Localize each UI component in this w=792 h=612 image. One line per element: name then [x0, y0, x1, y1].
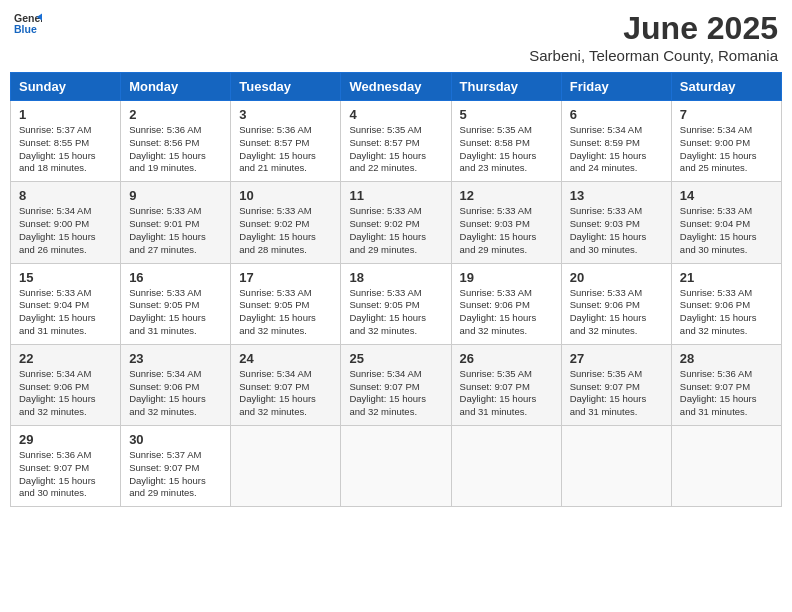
calendar-day-cell: 13Sunrise: 5:33 AM Sunset: 9:03 PM Dayli…: [561, 182, 671, 263]
calendar-day-cell: 4Sunrise: 5:35 AM Sunset: 8:57 PM Daylig…: [341, 101, 451, 182]
day-number: 13: [570, 188, 663, 203]
day-info: Sunrise: 5:35 AM Sunset: 9:07 PM Dayligh…: [460, 368, 553, 419]
day-number: 8: [19, 188, 112, 203]
calendar-day-cell: 22Sunrise: 5:34 AM Sunset: 9:06 PM Dayli…: [11, 344, 121, 425]
day-info: Sunrise: 5:34 AM Sunset: 9:07 PM Dayligh…: [239, 368, 332, 419]
day-number: 3: [239, 107, 332, 122]
day-info: Sunrise: 5:33 AM Sunset: 9:01 PM Dayligh…: [129, 205, 222, 256]
day-number: 14: [680, 188, 773, 203]
calendar-day-cell: [231, 426, 341, 507]
week-row-1: 8Sunrise: 5:34 AM Sunset: 9:00 PM Daylig…: [11, 182, 782, 263]
calendar-day-cell: 2Sunrise: 5:36 AM Sunset: 8:56 PM Daylig…: [121, 101, 231, 182]
day-info: Sunrise: 5:36 AM Sunset: 9:07 PM Dayligh…: [19, 449, 112, 500]
day-info: Sunrise: 5:33 AM Sunset: 9:06 PM Dayligh…: [460, 287, 553, 338]
day-info: Sunrise: 5:35 AM Sunset: 8:57 PM Dayligh…: [349, 124, 442, 175]
calendar-day-cell: 15Sunrise: 5:33 AM Sunset: 9:04 PM Dayli…: [11, 263, 121, 344]
day-info: Sunrise: 5:37 AM Sunset: 9:07 PM Dayligh…: [129, 449, 222, 500]
day-info: Sunrise: 5:35 AM Sunset: 8:58 PM Dayligh…: [460, 124, 553, 175]
calendar-day-cell: 23Sunrise: 5:34 AM Sunset: 9:06 PM Dayli…: [121, 344, 231, 425]
calendar-day-cell: 21Sunrise: 5:33 AM Sunset: 9:06 PM Dayli…: [671, 263, 781, 344]
calendar-table: Sunday Monday Tuesday Wednesday Thursday…: [10, 72, 782, 507]
day-info: Sunrise: 5:34 AM Sunset: 9:00 PM Dayligh…: [680, 124, 773, 175]
day-info: Sunrise: 5:34 AM Sunset: 9:00 PM Dayligh…: [19, 205, 112, 256]
day-number: 7: [680, 107, 773, 122]
day-number: 19: [460, 270, 553, 285]
calendar-day-cell: 16Sunrise: 5:33 AM Sunset: 9:05 PM Dayli…: [121, 263, 231, 344]
calendar-day-cell: 11Sunrise: 5:33 AM Sunset: 9:02 PM Dayli…: [341, 182, 451, 263]
week-row-2: 15Sunrise: 5:33 AM Sunset: 9:04 PM Dayli…: [11, 263, 782, 344]
title-block: June 2025 Sarbeni, Teleorman County, Rom…: [529, 10, 778, 64]
day-info: Sunrise: 5:33 AM Sunset: 9:06 PM Dayligh…: [570, 287, 663, 338]
day-number: 5: [460, 107, 553, 122]
calendar-day-cell: 1Sunrise: 5:37 AM Sunset: 8:55 PM Daylig…: [11, 101, 121, 182]
calendar-header-row: Sunday Monday Tuesday Wednesday Thursday…: [11, 73, 782, 101]
calendar-day-cell: 18Sunrise: 5:33 AM Sunset: 9:05 PM Dayli…: [341, 263, 451, 344]
day-number: 21: [680, 270, 773, 285]
day-info: Sunrise: 5:34 AM Sunset: 9:06 PM Dayligh…: [19, 368, 112, 419]
day-info: Sunrise: 5:34 AM Sunset: 9:06 PM Dayligh…: [129, 368, 222, 419]
calendar-day-cell: 24Sunrise: 5:34 AM Sunset: 9:07 PM Dayli…: [231, 344, 341, 425]
day-info: Sunrise: 5:33 AM Sunset: 9:05 PM Dayligh…: [239, 287, 332, 338]
svg-text:Blue: Blue: [14, 23, 37, 35]
day-number: 23: [129, 351, 222, 366]
day-number: 18: [349, 270, 442, 285]
calendar-day-cell: 3Sunrise: 5:36 AM Sunset: 8:57 PM Daylig…: [231, 101, 341, 182]
day-number: 26: [460, 351, 553, 366]
calendar-day-cell: [671, 426, 781, 507]
logo-icon: General Blue: [14, 10, 42, 38]
day-info: Sunrise: 5:33 AM Sunset: 9:02 PM Dayligh…: [349, 205, 442, 256]
calendar-day-cell: 25Sunrise: 5:34 AM Sunset: 9:07 PM Dayli…: [341, 344, 451, 425]
calendar-day-cell: 27Sunrise: 5:35 AM Sunset: 9:07 PM Dayli…: [561, 344, 671, 425]
calendar-day-cell: 14Sunrise: 5:33 AM Sunset: 9:04 PM Dayli…: [671, 182, 781, 263]
col-monday: Monday: [121, 73, 231, 101]
calendar-day-cell: [341, 426, 451, 507]
page-subtitle: Sarbeni, Teleorman County, Romania: [529, 47, 778, 64]
calendar-day-cell: 26Sunrise: 5:35 AM Sunset: 9:07 PM Dayli…: [451, 344, 561, 425]
col-wednesday: Wednesday: [341, 73, 451, 101]
calendar-day-cell: 17Sunrise: 5:33 AM Sunset: 9:05 PM Dayli…: [231, 263, 341, 344]
calendar-day-cell: 29Sunrise: 5:36 AM Sunset: 9:07 PM Dayli…: [11, 426, 121, 507]
day-number: 16: [129, 270, 222, 285]
day-number: 17: [239, 270, 332, 285]
day-number: 20: [570, 270, 663, 285]
calendar-day-cell: 8Sunrise: 5:34 AM Sunset: 9:00 PM Daylig…: [11, 182, 121, 263]
day-number: 2: [129, 107, 222, 122]
day-number: 24: [239, 351, 332, 366]
day-info: Sunrise: 5:34 AM Sunset: 9:07 PM Dayligh…: [349, 368, 442, 419]
day-info: Sunrise: 5:33 AM Sunset: 9:02 PM Dayligh…: [239, 205, 332, 256]
calendar-day-cell: 28Sunrise: 5:36 AM Sunset: 9:07 PM Dayli…: [671, 344, 781, 425]
day-info: Sunrise: 5:36 AM Sunset: 8:57 PM Dayligh…: [239, 124, 332, 175]
logo: General Blue: [14, 10, 42, 38]
col-thursday: Thursday: [451, 73, 561, 101]
col-friday: Friday: [561, 73, 671, 101]
day-info: Sunrise: 5:33 AM Sunset: 9:04 PM Dayligh…: [680, 205, 773, 256]
col-saturday: Saturday: [671, 73, 781, 101]
day-number: 22: [19, 351, 112, 366]
calendar-day-cell: 5Sunrise: 5:35 AM Sunset: 8:58 PM Daylig…: [451, 101, 561, 182]
page-header: General Blue June 2025 Sarbeni, Teleorma…: [10, 10, 782, 64]
day-number: 9: [129, 188, 222, 203]
day-number: 10: [239, 188, 332, 203]
day-number: 12: [460, 188, 553, 203]
day-info: Sunrise: 5:33 AM Sunset: 9:06 PM Dayligh…: [680, 287, 773, 338]
calendar-day-cell: 12Sunrise: 5:33 AM Sunset: 9:03 PM Dayli…: [451, 182, 561, 263]
day-number: 28: [680, 351, 773, 366]
day-number: 4: [349, 107, 442, 122]
day-number: 6: [570, 107, 663, 122]
day-info: Sunrise: 5:33 AM Sunset: 9:05 PM Dayligh…: [349, 287, 442, 338]
calendar-day-cell: 20Sunrise: 5:33 AM Sunset: 9:06 PM Dayli…: [561, 263, 671, 344]
calendar-day-cell: 9Sunrise: 5:33 AM Sunset: 9:01 PM Daylig…: [121, 182, 231, 263]
page-title: June 2025: [529, 10, 778, 47]
day-info: Sunrise: 5:35 AM Sunset: 9:07 PM Dayligh…: [570, 368, 663, 419]
day-info: Sunrise: 5:34 AM Sunset: 8:59 PM Dayligh…: [570, 124, 663, 175]
col-tuesday: Tuesday: [231, 73, 341, 101]
day-info: Sunrise: 5:33 AM Sunset: 9:03 PM Dayligh…: [460, 205, 553, 256]
day-number: 11: [349, 188, 442, 203]
day-info: Sunrise: 5:37 AM Sunset: 8:55 PM Dayligh…: [19, 124, 112, 175]
day-info: Sunrise: 5:33 AM Sunset: 9:03 PM Dayligh…: [570, 205, 663, 256]
week-row-0: 1Sunrise: 5:37 AM Sunset: 8:55 PM Daylig…: [11, 101, 782, 182]
day-info: Sunrise: 5:36 AM Sunset: 9:07 PM Dayligh…: [680, 368, 773, 419]
calendar-day-cell: 7Sunrise: 5:34 AM Sunset: 9:00 PM Daylig…: [671, 101, 781, 182]
calendar-day-cell: [561, 426, 671, 507]
calendar-day-cell: 30Sunrise: 5:37 AM Sunset: 9:07 PM Dayli…: [121, 426, 231, 507]
